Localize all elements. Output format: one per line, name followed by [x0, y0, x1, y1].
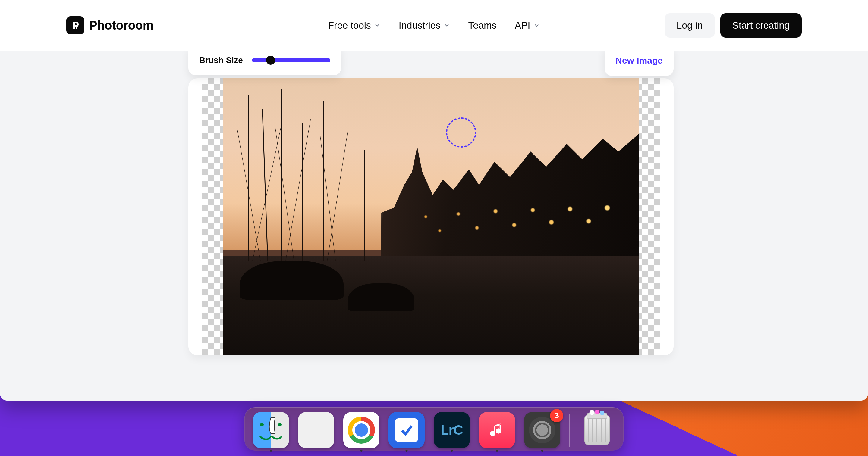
browser-window: Photoroom Free tools Industries Teams AP…	[0, 0, 868, 400]
site-header: Photoroom Free tools Industries Teams AP…	[0, 0, 868, 51]
new-image-button[interactable]: New Image	[615, 56, 663, 66]
dock-things-icon[interactable]	[389, 412, 425, 448]
editor-content: Brush Size New Image	[0, 51, 868, 400]
brush-size-slider[interactable]	[252, 58, 330, 62]
dock-trash-icon[interactable]	[579, 412, 615, 448]
canvas-checkerboard	[202, 78, 660, 355]
nav-teams-label: Teams	[468, 20, 497, 31]
svg-rect-0	[76, 27, 78, 29]
chevron-down-icon	[374, 22, 381, 29]
svg-point-2	[278, 423, 282, 426]
login-button[interactable]: Log in	[664, 13, 715, 38]
brush-size-slider-thumb[interactable]	[266, 56, 275, 65]
nav-industries[interactable]: Industries	[399, 20, 450, 31]
dock-settings-icon[interactable]: 3	[524, 412, 560, 448]
dock-settings-badge: 3	[550, 409, 563, 422]
edited-photo[interactable]	[223, 78, 639, 355]
svg-point-1	[260, 423, 264, 426]
dock-finder-icon[interactable]	[253, 412, 289, 448]
nav-api[interactable]: API	[515, 20, 540, 31]
brand-logo-icon	[66, 16, 84, 34]
dock-lightroom-classic-icon[interactable]: LrC	[434, 412, 470, 448]
brand-name: Photoroom	[89, 19, 153, 32]
dock-divider	[569, 414, 570, 447]
main-nav: Free tools Industries Teams API	[328, 20, 540, 31]
dock-music-icon[interactable]	[479, 412, 515, 448]
chevron-down-icon	[444, 22, 450, 29]
nav-teams[interactable]: Teams	[468, 20, 497, 31]
canvas-card	[188, 78, 674, 355]
nav-api-label: API	[515, 20, 530, 31]
chevron-down-icon	[533, 22, 540, 29]
nav-free-tools-label: Free tools	[328, 20, 371, 31]
start-creating-button[interactable]: Start creating	[720, 13, 802, 38]
brush-size-toolbar: Brush Size	[188, 47, 341, 75]
brush-size-label: Brush Size	[199, 56, 243, 65]
dock-lrc-label: LrC	[441, 423, 463, 437]
brand[interactable]: Photoroom	[66, 16, 153, 34]
header-actions: Log in Start creating	[664, 13, 802, 38]
macos-dock: LrC 3	[244, 407, 624, 451]
dock-chrome-icon[interactable]	[343, 412, 379, 448]
nav-industries-label: Industries	[399, 20, 441, 31]
dock-launchpad-icon[interactable]	[298, 412, 334, 448]
nav-free-tools[interactable]: Free tools	[328, 20, 381, 31]
new-image-toolbar: New Image	[604, 47, 674, 76]
